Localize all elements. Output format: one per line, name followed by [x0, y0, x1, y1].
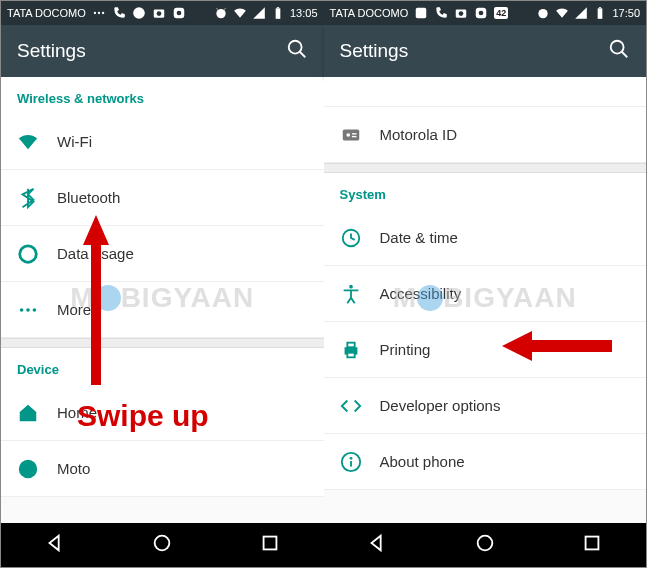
row-bluetooth[interactable]: Bluetooth [1, 170, 324, 226]
svg-rect-43 [586, 537, 599, 550]
svg-point-24 [479, 11, 484, 16]
svg-point-8 [216, 9, 225, 18]
nav-recent-button[interactable] [581, 532, 603, 558]
section-header-system: System [324, 173, 647, 210]
info-icon [340, 451, 380, 473]
notification-badge: 42 [494, 7, 508, 19]
svg-rect-40 [350, 461, 352, 467]
row-label: Data usage [57, 245, 134, 262]
camera-icon [454, 6, 468, 20]
page-title: Settings [340, 40, 409, 62]
row-label: Wi-Fi [57, 133, 92, 150]
svg-point-16 [19, 459, 37, 477]
status-bar: TATA DOCOMO 13:05 [1, 1, 324, 25]
row-more[interactable]: More [1, 282, 324, 338]
row-wifi[interactable]: Wi-Fi [1, 114, 324, 170]
svg-rect-32 [351, 135, 356, 136]
svg-point-13 [20, 308, 24, 312]
section-header-device: Device [1, 348, 324, 385]
svg-point-2 [102, 12, 104, 14]
row-accessibility[interactable]: Accessibility [324, 266, 647, 322]
svg-rect-19 [263, 537, 276, 550]
row-date-time[interactable]: Date & time [324, 210, 647, 266]
svg-rect-26 [598, 8, 603, 18]
settings-list[interactable]: Wireless & networks Wi-Fi Bluetooth Data… [1, 77, 324, 523]
bluetooth-icon [17, 187, 57, 209]
row-developer-options[interactable]: Developer options [324, 378, 647, 434]
search-button[interactable] [608, 38, 630, 64]
nav-home-button[interactable] [474, 532, 496, 558]
svg-point-14 [26, 308, 30, 312]
nav-back-button[interactable] [366, 532, 388, 558]
phone-left: TATA DOCOMO 13:05 Settings Wireless & ne… [1, 1, 324, 567]
data-usage-icon [17, 243, 57, 265]
page-title: Settings [17, 40, 86, 62]
id-card-icon [340, 124, 380, 146]
clock-icon [340, 227, 380, 249]
svg-point-0 [94, 12, 96, 14]
signal-icon [574, 6, 588, 20]
nav-recent-button[interactable] [259, 532, 281, 558]
svg-rect-36 [347, 342, 354, 347]
svg-point-42 [477, 536, 492, 551]
svg-rect-20 [416, 8, 427, 19]
row-home[interactable]: Home [1, 385, 324, 441]
wifi-status-icon [233, 6, 247, 20]
section-header-wireless: Wireless & networks [1, 77, 324, 114]
svg-point-5 [157, 11, 162, 16]
clock-label: 17:50 [612, 7, 640, 19]
row-moto[interactable]: Moto [1, 441, 324, 497]
more-notif-icon [92, 6, 106, 20]
home-icon [17, 402, 57, 424]
row-printing[interactable]: Printing [324, 322, 647, 378]
carrier-label: TATA DOCOMO [330, 7, 409, 19]
svg-point-1 [98, 12, 100, 14]
row-label: Motorola ID [380, 126, 458, 143]
svg-point-12 [20, 245, 37, 262]
status-bar: TATA DOCOMO 42 17:50 [324, 1, 647, 25]
search-icon [608, 38, 630, 60]
row-about-phone[interactable]: About phone [324, 434, 647, 490]
section-divider [1, 338, 324, 348]
partial-row [324, 77, 647, 107]
svg-point-18 [155, 536, 170, 551]
nav-back-button[interactable] [44, 532, 66, 558]
row-label: Developer options [380, 397, 501, 414]
printer-icon [340, 339, 380, 361]
row-data-usage[interactable]: Data usage [1, 226, 324, 282]
facebook-icon [414, 6, 428, 20]
search-button[interactable] [286, 38, 308, 64]
svg-rect-31 [351, 133, 356, 134]
wifi-status-icon [555, 6, 569, 20]
svg-rect-37 [347, 352, 354, 357]
wifi-icon [17, 131, 57, 153]
svg-rect-27 [599, 7, 601, 8]
instagram-icon [474, 6, 488, 20]
settings-list[interactable]: Motorola ID System Date & time Accessibi… [324, 77, 647, 523]
svg-point-3 [133, 7, 145, 19]
nav-home-button[interactable] [151, 532, 173, 558]
app-toolbar: Settings [324, 25, 647, 77]
code-icon [340, 395, 380, 417]
svg-point-7 [177, 11, 182, 16]
svg-rect-29 [342, 129, 359, 140]
svg-point-15 [33, 308, 37, 312]
app-toolbar: Settings [1, 25, 324, 77]
alarm-icon [536, 6, 550, 20]
battery-icon [271, 6, 285, 20]
svg-point-22 [459, 11, 464, 16]
row-label: Bluetooth [57, 189, 120, 206]
clock-label: 13:05 [290, 7, 318, 19]
row-label: Home [57, 404, 97, 421]
row-motorola-id[interactable]: Motorola ID [324, 107, 647, 163]
more-icon [17, 299, 57, 321]
row-label: Accessibility [380, 285, 462, 302]
phone-right: TATA DOCOMO 42 17:50 Settings Motorola I… [324, 1, 647, 567]
whatsapp-icon [132, 6, 146, 20]
signal-icon [252, 6, 266, 20]
svg-point-11 [288, 41, 301, 54]
svg-point-25 [539, 9, 548, 18]
search-icon [286, 38, 308, 60]
row-label: Date & time [380, 229, 458, 246]
row-label: Printing [380, 341, 431, 358]
